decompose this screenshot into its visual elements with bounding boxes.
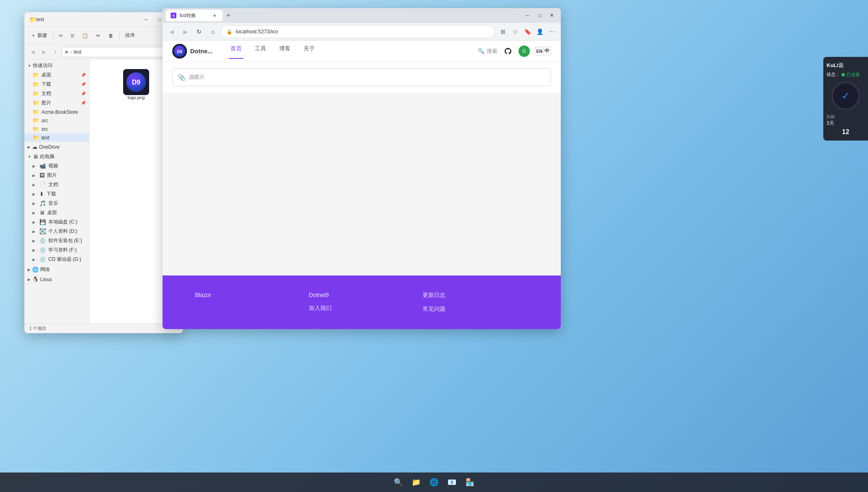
svg-text:D: D: [172, 14, 174, 17]
footer-link-faq[interactable]: 常见问题: [423, 306, 528, 313]
sidebar-item-src1[interactable]: 📁 src: [24, 116, 89, 125]
minimize-button[interactable]: ─: [141, 15, 152, 24]
explorer-toolbar: ＋ 新建 ✂ ⎘ 📋 ✏ 🗑 排序: [24, 27, 183, 45]
github-icon[interactable]: [502, 46, 514, 57]
linux-icon: 🐧: [32, 276, 39, 282]
new-tab-button[interactable]: +: [223, 10, 234, 21]
kuli-status: 状态： 已连接: [827, 72, 865, 78]
rss-icon[interactable]: G: [519, 46, 530, 57]
sidebar-item-pictures[interactable]: 📁 图片 📌: [24, 98, 89, 108]
taskbar-explorer[interactable]: 📁: [409, 475, 423, 490]
nav-item-about[interactable]: 关于: [302, 43, 317, 59]
sidebar-item-f-drive[interactable]: ▶ 💿 学习资料 (F:): [24, 245, 89, 255]
browser-tab-active[interactable]: D Ico转换 ✕: [166, 10, 223, 21]
url-bar[interactable]: 🔒 localhost:5273/ico: [221, 25, 495, 38]
back-button[interactable]: ◀: [28, 47, 37, 57]
folder-icon: 📁: [33, 126, 39, 132]
taskbar-search[interactable]: 🔍: [391, 475, 406, 490]
sort-button[interactable]: 排序: [122, 30, 138, 41]
search-label: 搜索: [487, 48, 497, 55]
nav-item-tools[interactable]: 工具: [253, 43, 268, 59]
footer-link-changelog[interactable]: 更新日志: [423, 292, 528, 299]
this-pc-header[interactable]: ▼ 🖥 此电脑: [24, 152, 89, 161]
pc-icon: 🖥: [33, 154, 38, 160]
sidebar-item-downloads2[interactable]: ▶ ⬇ 下载: [24, 189, 89, 199]
nav-item-blog[interactable]: 博客: [278, 43, 292, 59]
folder-icon: 📹: [39, 163, 46, 169]
sidebar-item-documents2[interactable]: ▶ 📄 文档: [24, 180, 89, 189]
folder-icon: 📁: [33, 117, 39, 124]
sidebar-item-g-drive[interactable]: ▶ 💿 CD 驱动器 (G:): [24, 255, 89, 264]
taskbar-browser[interactable]: 🌐: [427, 475, 441, 490]
browser-home-button[interactable]: ⌂: [207, 26, 219, 37]
sidebar-item-src2[interactable]: 📁 src: [24, 125, 89, 133]
sidebar-item-downloads[interactable]: 📁 下载 📌: [24, 80, 89, 89]
translate-icon[interactable]: ⊞: [497, 26, 509, 37]
browser-back-button[interactable]: ◀: [166, 26, 177, 37]
site-logo: D9 Dotne...: [172, 44, 213, 59]
star-icon[interactable]: ☆: [510, 26, 521, 37]
footer-link-blazor[interactable]: Blazor: [195, 292, 301, 298]
lang-en: EN: [536, 49, 542, 54]
sidebar-item-label: 图片: [47, 172, 57, 179]
sidebar-item-pictures2[interactable]: ▶ 🖼 图片: [24, 171, 89, 180]
upload-area[interactable]: 📎 源图片: [172, 68, 551, 86]
rename-button[interactable]: ✏: [93, 31, 104, 40]
address-path[interactable]: ▶ › test: [62, 47, 180, 57]
taskbar-store[interactable]: 🏪: [462, 475, 477, 490]
sidebar-item-c-drive[interactable]: ▶ 💾 本地磁盘 (C:): [24, 217, 89, 227]
status-value: 已连接: [846, 72, 860, 78]
browser-maximize-button[interactable]: □: [534, 11, 545, 20]
more-icon[interactable]: ⋯: [546, 26, 558, 37]
up-button[interactable]: ↑: [50, 47, 60, 57]
quick-access-header[interactable]: ▼ 快速访问: [24, 61, 89, 70]
svg-text:D9: D9: [132, 79, 141, 86]
copy-button[interactable]: ⎘: [68, 31, 77, 40]
language-badge[interactable]: EN 中: [535, 47, 551, 55]
sidebar-item-videos[interactable]: ▶ 📹 视频: [24, 161, 89, 171]
browser-minimize-button[interactable]: ─: [522, 11, 533, 20]
sidebar-item-label: src: [41, 118, 48, 124]
folder-icon: 📁: [33, 81, 39, 87]
linux-header[interactable]: ▶ 🐧 Linux: [24, 275, 89, 284]
sidebar-item-documents[interactable]: 📁 文档 📌: [24, 89, 89, 98]
pin-icon: 📌: [81, 101, 86, 105]
folder-icon: ⬇: [39, 191, 44, 197]
sidebar-item-desktop2[interactable]: ▶ 🖥 桌面: [24, 208, 89, 217]
sidebar-item-d-drive[interactable]: ▶ 💽 个人资料 (D:): [24, 227, 89, 236]
sidebar-item-e-drive[interactable]: ▶ 💿 软件安装包 (E:): [24, 236, 89, 245]
taskbar-mail[interactable]: 📧: [445, 475, 459, 490]
forward-button[interactable]: ▶: [39, 47, 49, 57]
chevron-right-icon: ▶: [33, 164, 35, 168]
delete-button[interactable]: 🗑: [105, 31, 117, 40]
browser-window-controls: ─ □ ✕: [522, 11, 558, 20]
sidebar-item-label: test: [41, 135, 49, 141]
sidebar-item-music[interactable]: ▶ 🎵 音乐: [24, 199, 89, 208]
browser-tabs: D Ico转换 ✕ +: [166, 10, 520, 21]
sidebar-item-acme-bookstore[interactable]: 📁 Acme.BookStore: [24, 108, 89, 116]
chevron-right-icon: ▶: [33, 220, 35, 224]
cut-button[interactable]: ✂: [56, 31, 66, 40]
network-header[interactable]: ▶ 🌐 网络: [24, 265, 89, 274]
sidebar-item-desktop[interactable]: 📁 桌面 📌: [24, 70, 89, 80]
footer-link-dotnet9[interactable]: Dotnet9: [309, 292, 414, 298]
list-item[interactable]: D9 logo.png: [120, 66, 152, 103]
paste-button[interactable]: 📋: [79, 31, 91, 40]
onedrive-header[interactable]: ▶ ☁ OneDrive: [24, 143, 89, 151]
profile-icon[interactable]: 👤: [534, 26, 545, 37]
browser-forward-button[interactable]: ▶: [180, 26, 191, 37]
nav-item-home[interactable]: 首页: [229, 43, 243, 59]
footer-link-join[interactable]: 加入我们: [309, 305, 414, 312]
site-search[interactable]: 🔍 搜索: [478, 48, 497, 55]
new-button[interactable]: ＋ 新建: [28, 30, 50, 41]
tab-close-button[interactable]: ✕: [211, 12, 218, 19]
browser-addressbar: ◀ ▶ ↻ ⌂ 🔒 localhost:5273/ico ⊞ ☆ 🔖 👤 ⋯: [163, 23, 561, 41]
pin-icon: 📌: [81, 82, 86, 87]
bookmark-icon[interactable]: 🔖: [522, 26, 533, 37]
sidebar-item-test[interactable]: 📁 test: [24, 133, 89, 142]
sidebar-item-label: src: [41, 126, 48, 132]
footer-col-3: 更新日志 常见问题: [423, 292, 528, 313]
browser-close-button[interactable]: ✕: [546, 11, 558, 20]
site-main: [163, 93, 561, 275]
browser-refresh-button[interactable]: ↻: [193, 26, 205, 37]
